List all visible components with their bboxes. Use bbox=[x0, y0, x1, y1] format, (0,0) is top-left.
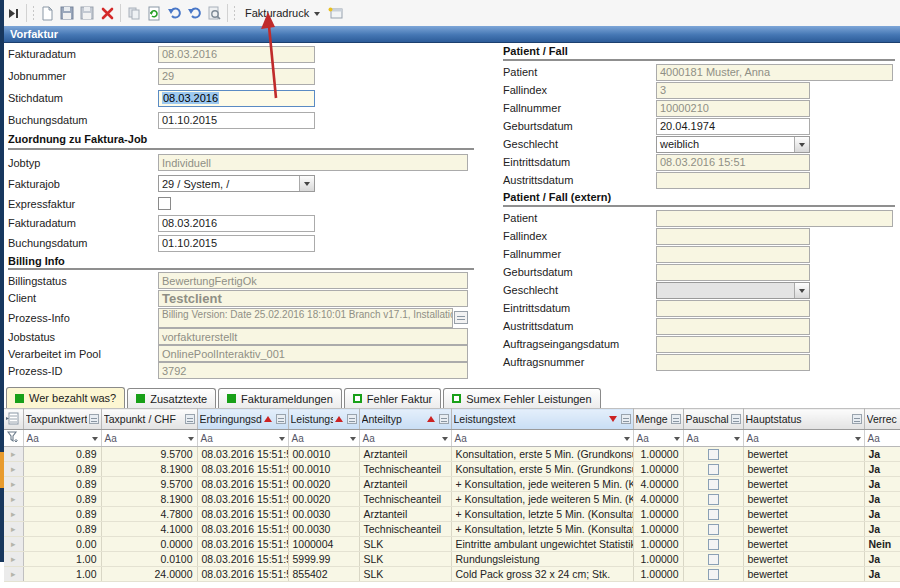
cell-leistungsnr[interactable]: 1000004 bbox=[288, 537, 359, 552]
pauschal-checkbox[interactable] bbox=[708, 569, 719, 580]
cell-leistungsnr[interactable]: 00.0020 bbox=[288, 492, 359, 507]
cell-verrechnet[interactable]: Ja bbox=[864, 522, 900, 537]
cell-anteiltyp[interactable]: Arztanteil bbox=[359, 447, 451, 462]
pauschal-checkbox[interactable] bbox=[708, 524, 719, 535]
delete-button[interactable] bbox=[97, 3, 117, 23]
table-row[interactable]: ▸1.000.010008.03.2016 15:51:535999.99SLK… bbox=[4, 552, 900, 567]
new-document-button[interactable] bbox=[37, 3, 57, 23]
expressfaktur-checkbox[interactable] bbox=[158, 197, 171, 210]
column-header-pauschalisiert[interactable]: Pauschalisie bbox=[683, 409, 743, 430]
filter-cell-menge[interactable]: Aa bbox=[633, 430, 683, 447]
cell-taxpunkt_chf[interactable]: 0.0100 bbox=[101, 552, 197, 567]
pauschal-checkbox[interactable] bbox=[708, 509, 719, 520]
cell-taxpunktwert[interactable]: 1.00 bbox=[23, 552, 101, 567]
column-header-leistungstext[interactable]: Leistungstext bbox=[451, 409, 633, 430]
cell-hauptstatus[interactable]: bewertet bbox=[743, 522, 864, 537]
cell-anteiltyp[interactable]: SLK bbox=[359, 567, 451, 582]
undo-button[interactable] bbox=[164, 3, 184, 23]
geschlecht-select[interactable]: weiblich bbox=[656, 136, 810, 153]
filter-cell-taxpunktwert[interactable]: Aa bbox=[23, 430, 101, 447]
dropdown-button[interactable] bbox=[299, 176, 314, 191]
cell-menge[interactable]: 1.00000 bbox=[633, 522, 683, 537]
cell-taxpunktwert[interactable]: 0.89 bbox=[23, 492, 101, 507]
cell-menge[interactable]: 1.00000 bbox=[633, 462, 683, 477]
copy-button[interactable] bbox=[124, 3, 144, 23]
cell-anteiltyp[interactable]: Technischeanteil bbox=[359, 492, 451, 507]
column-menu-icon[interactable] bbox=[731, 414, 741, 424]
column-menu-icon[interactable] bbox=[439, 414, 449, 424]
table-row[interactable]: ▸0.898.190008.03.2016 15:51:5300.0020Tec… bbox=[4, 492, 900, 507]
cell-text[interactable]: Eintritte ambulant ungewichtet Statistik… bbox=[451, 537, 633, 552]
row-selector[interactable]: ▸ bbox=[4, 447, 23, 462]
column-header-erbringungsdatum[interactable]: Erbringungsdatum bbox=[197, 409, 288, 430]
table-row[interactable]: ▸0.000.000008.03.2016 15:51:531000004SLK… bbox=[4, 537, 900, 552]
cell-pauschal[interactable] bbox=[683, 477, 743, 492]
cell-taxpunkt_chf[interactable]: 9.5700 bbox=[101, 447, 197, 462]
cell-hauptstatus[interactable]: bewertet bbox=[743, 507, 864, 522]
cell-datum[interactable]: 08.03.2016 15:51:53 bbox=[197, 492, 288, 507]
row-selector[interactable]: ▸ bbox=[4, 537, 23, 552]
filter-cell-verrechnet[interactable]: Aa bbox=[864, 430, 900, 447]
cell-pauschal[interactable] bbox=[683, 522, 743, 537]
cell-hauptstatus[interactable]: bewertet bbox=[743, 537, 864, 552]
cell-text[interactable]: + Konsultation, jede weiteren 5 Min. (Ko… bbox=[451, 477, 633, 492]
stichdatum-field[interactable]: 08.03.2016 bbox=[158, 90, 315, 107]
column-header-verrechnet[interactable]: Verrec bbox=[864, 409, 900, 430]
cell-verrechnet[interactable]: Ja bbox=[864, 567, 900, 582]
row-selector[interactable]: ▸ bbox=[4, 522, 23, 537]
cell-hauptstatus[interactable]: bewertet bbox=[743, 567, 864, 582]
cell-verrechnet[interactable]: Ja bbox=[864, 462, 900, 477]
row-selector[interactable]: ▸ bbox=[4, 507, 23, 522]
cell-text[interactable]: Cold Pack gross 32 x 24 cm; Stk. bbox=[451, 567, 633, 582]
cell-taxpunkt_chf[interactable]: 24.0000 bbox=[101, 567, 197, 582]
cell-menge[interactable]: 1.00000 bbox=[633, 537, 683, 552]
column-header-hauptstatus[interactable]: Hauptstatus bbox=[743, 409, 864, 430]
cell-text[interactable]: + Konsultation, jede weiteren 5 Min. (Ko… bbox=[451, 492, 633, 507]
filter-funnel-cell[interactable] bbox=[4, 430, 23, 447]
cell-hauptstatus[interactable]: bewertet bbox=[743, 552, 864, 567]
cell-menge[interactable]: 1.00000 bbox=[633, 552, 683, 567]
column-header-taxpunktwert[interactable]: Taxpunktwert bbox=[23, 409, 101, 430]
cell-leistungsnr[interactable]: 00.0020 bbox=[288, 477, 359, 492]
pauschal-checkbox[interactable] bbox=[708, 479, 719, 490]
dropdown-button[interactable] bbox=[794, 283, 809, 298]
cell-pauschal[interactable] bbox=[683, 567, 743, 582]
row-selector[interactable]: ▸ bbox=[4, 462, 23, 477]
cell-text[interactable]: Rundungsleistung bbox=[451, 552, 633, 567]
filter-cell-leistungstext[interactable]: Aa bbox=[451, 430, 633, 447]
cell-menge[interactable]: 1.00000 bbox=[633, 567, 683, 582]
go-to-last-record-button[interactable] bbox=[3, 3, 23, 23]
pauschal-checkbox[interactable] bbox=[708, 464, 719, 475]
column-menu-icon[interactable] bbox=[347, 414, 357, 424]
row-selector[interactable]: ▸ bbox=[4, 567, 23, 582]
cell-verrechnet[interactable]: Ja bbox=[864, 492, 900, 507]
tab-fakturameldungen[interactable]: Fakturameldungen bbox=[218, 388, 342, 408]
cell-anteiltyp[interactable]: SLK bbox=[359, 537, 451, 552]
cell-leistungsnr[interactable]: 00.0010 bbox=[288, 462, 359, 477]
column-menu-icon[interactable] bbox=[671, 414, 681, 424]
column-menu-icon[interactable] bbox=[185, 414, 195, 424]
cell-pauschal[interactable] bbox=[683, 537, 743, 552]
cell-pauschal[interactable] bbox=[683, 462, 743, 477]
column-menu-icon[interactable] bbox=[89, 414, 99, 424]
tab-wer-bezahlt-was[interactable]: Wer bezahlt was? bbox=[6, 387, 125, 408]
ext-geschlecht-select[interactable] bbox=[656, 282, 810, 299]
cell-leistungsnr[interactable]: 5999.99 bbox=[288, 552, 359, 567]
table-row[interactable]: ▸0.894.780008.03.2016 15:51:5300.0030Arz… bbox=[4, 507, 900, 522]
pauschal-checkbox[interactable] bbox=[708, 554, 719, 565]
cell-datum[interactable]: 08.03.2016 15:51:53 bbox=[197, 537, 288, 552]
save-all-button[interactable] bbox=[77, 3, 97, 23]
detach-window-button[interactable] bbox=[325, 3, 345, 23]
cell-hauptstatus[interactable]: bewertet bbox=[743, 462, 864, 477]
cell-menge[interactable]: 1.00000 bbox=[633, 507, 683, 522]
tab-sumex-fehler-leistungen[interactable]: Sumex Fehler Leistungen bbox=[443, 388, 600, 408]
table-row[interactable]: ▸0.898.190008.03.2016 15:51:5300.0010Tec… bbox=[4, 462, 900, 477]
cell-taxpunkt_chf[interactable]: 9.5700 bbox=[101, 477, 197, 492]
fakturajob-select[interactable]: 29 / System, / bbox=[158, 175, 315, 192]
column-header-taxpunkt-chf[interactable]: Taxpunkt / CHF bbox=[101, 409, 197, 430]
cell-pauschal[interactable] bbox=[683, 507, 743, 522]
buchungsdatum-field[interactable]: 01.10.2015 bbox=[158, 112, 315, 129]
save-button[interactable] bbox=[57, 3, 77, 23]
dropdown-button[interactable] bbox=[794, 137, 809, 152]
cell-datum[interactable]: 08.03.2016 15:51:53 bbox=[197, 552, 288, 567]
